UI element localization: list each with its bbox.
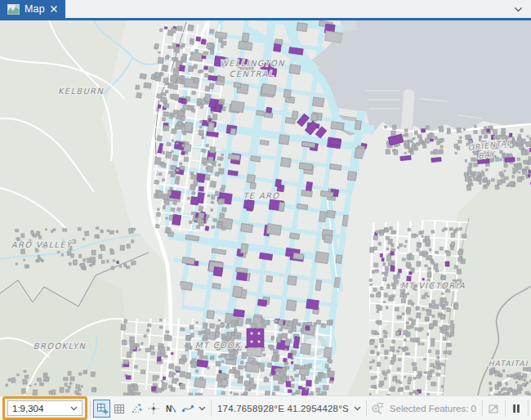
- separator: [528, 400, 529, 417]
- map-label-hataitai: HATAITAI: [489, 359, 529, 368]
- separator: [505, 400, 506, 417]
- tutorial-highlight: 1:9,304: [2, 396, 87, 420]
- clear-selection-icon: [487, 402, 500, 415]
- map-label-kelburn: KELBURN: [58, 87, 104, 96]
- tab-map[interactable]: Map: [0, 0, 65, 18]
- coordinates-display: 174.7658928°E 41.2954428°S: [217, 404, 349, 413]
- map-label-te-aro: TE ARO: [243, 191, 279, 200]
- chevron-down-icon: [354, 406, 361, 411]
- separator: [482, 400, 483, 417]
- chevron-down-icon: [70, 406, 78, 411]
- view-tab-bar: Map: [0, 0, 531, 18]
- svg-text:N: N: [166, 404, 172, 413]
- map-view[interactable]: KELBURN WELLINGTON CENTRAL TE ARO ARO VA…: [0, 20, 531, 395]
- edit-vertices-button[interactable]: [179, 400, 196, 418]
- map-label-brooklyn: BROOKLYN: [33, 342, 87, 351]
- dynamic-constraints-button[interactable]: [127, 400, 145, 418]
- chevron-down-icon: [199, 406, 206, 411]
- coordinates-options-chevron[interactable]: [351, 400, 364, 418]
- ground-to-grid-icon: N: [164, 402, 177, 415]
- map-label-central: CENTRAL: [230, 69, 274, 78]
- scale-dropdown[interactable]: 1:9,304: [7, 400, 83, 416]
- tab-map-label: Map: [25, 3, 45, 15]
- editing-grid-button[interactable]: [93, 400, 110, 418]
- clear-selection-button[interactable]: [485, 400, 502, 418]
- ground-to-grid-button[interactable]: N: [162, 400, 179, 418]
- map-label-mt-cook: MT COOK: [195, 341, 242, 350]
- pause-icon: [510, 402, 523, 415]
- grid-icon: [113, 402, 126, 415]
- infer-constraints-button[interactable]: [145, 400, 162, 418]
- pause-drawing-button[interactable]: [508, 400, 525, 418]
- editing-tools-chevron[interactable]: [196, 400, 208, 418]
- infer-constraints-icon: [147, 402, 160, 415]
- grid-button[interactable]: [110, 400, 127, 418]
- scale-value: 1:9,304: [12, 404, 43, 413]
- separator: [211, 400, 212, 417]
- dynamic-constraints-icon: [130, 402, 143, 415]
- close-icon[interactable]: [50, 5, 58, 13]
- separator: [90, 400, 91, 417]
- editing-grid-icon: [96, 402, 109, 415]
- map-label-mt-victoria: MT VICTORIA: [400, 281, 466, 290]
- zoom-to-selection-icon: [371, 402, 385, 415]
- map-label-wellington: WELLINGTON: [220, 59, 285, 68]
- separator: [366, 400, 367, 417]
- edit-vertices-icon: [181, 402, 194, 415]
- zoom-to-selection-button[interactable]: [369, 400, 386, 418]
- map-label-aro-valley: ARO VALLEY: [11, 240, 73, 249]
- tab-list-chevron[interactable]: [506, 0, 531, 18]
- status-bar: 1:9,304: [0, 395, 531, 420]
- selected-features-status: Selected Features: 0: [390, 404, 476, 413]
- arcgis-pro-map-view: Map: [0, 0, 531, 420]
- map-thumbnail-icon: [7, 4, 20, 15]
